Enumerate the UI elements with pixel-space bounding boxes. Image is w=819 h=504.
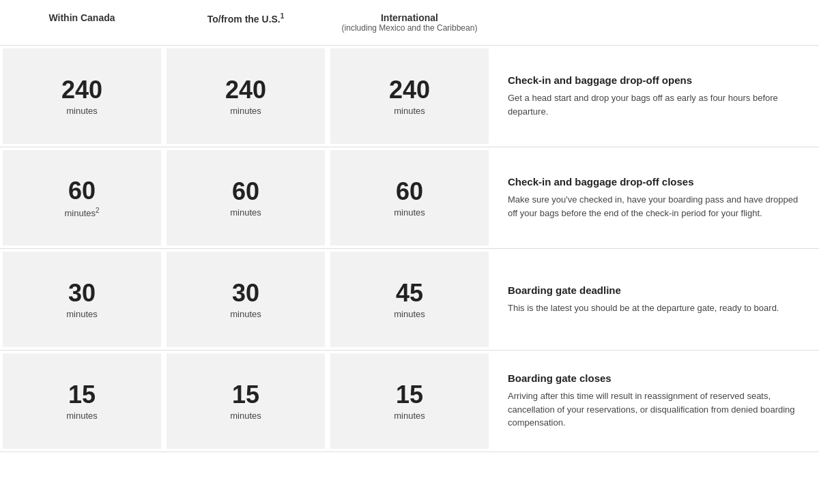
data-row-3: 15 minutes 15 minutes 15 minutes Boardin… (0, 351, 819, 452)
cell-canada-3: 15 minutes (3, 353, 161, 449)
header-row: Within Canada To/from the U.S.1 Internat… (0, 0, 819, 46)
header-international: International (including Mexico and the … (328, 7, 491, 38)
data-row-0: 240 minutes 240 minutes 240 minutes Chec… (0, 46, 819, 147)
description-cell-0: Check-in and baggage drop-off opens Get … (491, 46, 819, 147)
cell-us-2: 30 minutes (167, 252, 325, 347)
description-cell-2: Boarding gate deadline This is the lates… (491, 249, 819, 350)
cell-us-0: 240 minutes (167, 48, 325, 144)
header-us: To/from the U.S.1 (164, 7, 328, 38)
cell-us-3: 15 minutes (167, 353, 325, 449)
data-row-2: 30 minutes 30 minutes 45 minutes Boardin… (0, 249, 819, 351)
description-cell-1: Check-in and baggage drop-off closes Mak… (491, 147, 819, 248)
cell-canada-2: 30 minutes (3, 252, 161, 347)
flight-timing-table: Within Canada To/from the U.S.1 Internat… (0, 0, 819, 504)
data-row-1: 60 minutes2 60 minutes 60 minutes Check-… (0, 147, 819, 249)
cell-us-1: 60 minutes (167, 150, 325, 246)
rows-container: 240 minutes 240 minutes 240 minutes Chec… (0, 46, 819, 452)
header-description (491, 7, 819, 38)
cell-intl-1: 60 minutes (330, 150, 489, 246)
header-within-canada: Within Canada (0, 7, 164, 38)
cell-canada-0: 240 minutes (3, 48, 161, 144)
description-cell-3: Boarding gate closes Arriving after this… (491, 351, 819, 451)
cell-intl-2: 45 minutes (330, 252, 489, 347)
cell-intl-3: 15 minutes (330, 353, 489, 449)
cell-canada-1: 60 minutes2 (3, 150, 161, 246)
cell-intl-0: 240 minutes (330, 48, 489, 144)
